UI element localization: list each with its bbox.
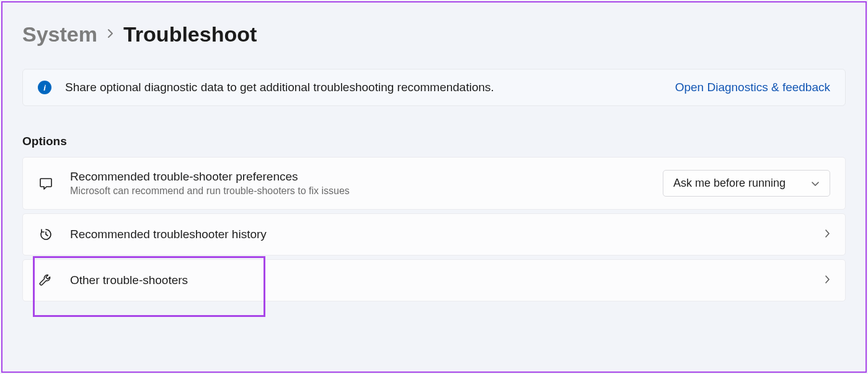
options-section-title: Options <box>22 135 846 148</box>
option-texts: Recommended trouble-shooter preferences … <box>70 170 663 197</box>
history-title: Recommended troubleshooter history <box>70 228 825 241</box>
info-icon: i <box>38 81 51 94</box>
comment-icon <box>38 176 54 192</box>
preferences-title: Recommended trouble-shooter preferences <box>70 170 663 184</box>
breadcrumb-current: Troubleshoot <box>123 22 257 47</box>
settings-window: System Troubleshoot i Share optional dia… <box>1 1 867 373</box>
preferences-subtitle: Microsoft can recommend and run trouble-… <box>70 185 663 197</box>
breadcrumb: System Troubleshoot <box>22 22 846 47</box>
other-title: Other trouble-shooters <box>70 274 825 287</box>
history-icon <box>38 226 54 243</box>
option-texts: Other trouble-shooters <box>70 274 825 287</box>
dropdown-value: Ask me before running <box>673 177 786 190</box>
option-texts: Recommended troubleshooter history <box>70 228 825 241</box>
breadcrumb-parent[interactable]: System <box>22 22 97 47</box>
recommended-preferences-card: Recommended trouble-shooter preferences … <box>22 157 846 210</box>
chevron-down-icon <box>811 178 820 189</box>
info-banner: i Share optional diagnostic data to get … <box>22 69 846 106</box>
wrench-icon <box>38 272 54 288</box>
troubleshooter-history-card[interactable]: Recommended troubleshooter history <box>22 213 846 256</box>
info-banner-text: Share optional diagnostic data to get ad… <box>65 81 660 94</box>
open-diagnostics-link[interactable]: Open Diagnostics & feedback <box>675 81 830 94</box>
chevron-right-icon <box>825 229 830 241</box>
chevron-right-icon <box>107 28 113 42</box>
other-troubleshooters-card[interactable]: Other trouble-shooters <box>22 259 846 301</box>
preferences-dropdown[interactable]: Ask me before running <box>663 170 830 197</box>
chevron-right-icon <box>825 275 830 287</box>
